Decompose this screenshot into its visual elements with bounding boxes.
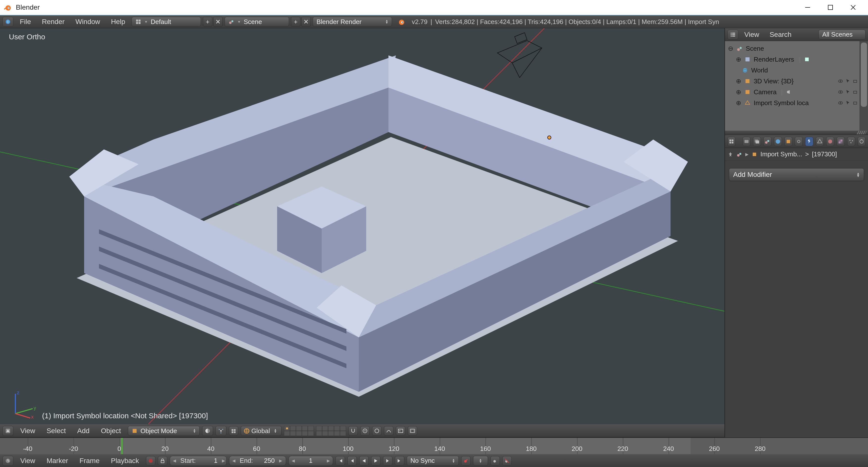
window-minimize-button[interactable]: [796, 0, 819, 14]
scene-add-button[interactable]: +: [291, 17, 300, 27]
eye-icon[interactable]: [838, 79, 843, 84]
vp-menu-select[interactable]: Select: [42, 426, 70, 436]
keying-set-icon[interactable]: [461, 456, 471, 466]
tab-modifiers-icon[interactable]: [805, 137, 813, 146]
tl-tick-label: 120: [389, 445, 399, 453]
transform-orientation-dropdown[interactable]: Global ▲▼: [241, 426, 282, 436]
tab-material-icon[interactable]: [826, 137, 834, 146]
sync-mode-dropdown[interactable]: No Sync ▲▼: [407, 456, 459, 466]
svg-line-47: [16, 413, 30, 418]
proportional-falloff-button[interactable]: [384, 426, 394, 436]
menu-help[interactable]: Help: [106, 16, 130, 27]
layout-remove-button[interactable]: ✕: [213, 17, 223, 27]
eye-icon[interactable]: [838, 89, 843, 95]
tree-renderlayers[interactable]: ⊕ RenderLayers |: [727, 54, 831, 65]
tree-3dview[interactable]: ⊕ 3D View: {3D}: [727, 76, 831, 87]
menu-render[interactable]: Render: [37, 16, 69, 27]
scene-dropdown[interactable]: ▼ Scene: [225, 17, 289, 27]
timeline-cursor[interactable]: [121, 438, 123, 454]
menu-window[interactable]: Window: [71, 16, 105, 27]
tl-menu-frame[interactable]: Frame: [75, 455, 104, 466]
insert-keyframe-button[interactable]: [490, 456, 500, 466]
tl-tick-label: -20: [69, 445, 78, 453]
current-frame-field[interactable]: ◀ 1 ▶: [288, 456, 333, 466]
snap-target-button[interactable]: [360, 426, 370, 436]
layer-buttons-2[interactable]: [316, 426, 346, 436]
editor-type-3dview-icon[interactable]: [2, 426, 13, 436]
pin-icon[interactable]: [727, 151, 734, 157]
tab-render-icon[interactable]: [743, 137, 750, 146]
proportional-edit-button[interactable]: [372, 426, 381, 436]
camera-icon[interactable]: [852, 100, 858, 105]
screen-layout-dropdown[interactable]: ▼ Default: [132, 17, 201, 27]
camera-icon[interactable]: [852, 79, 858, 84]
keyframe-next-button[interactable]: [383, 456, 393, 466]
delete-keyframe-button[interactable]: [502, 456, 512, 466]
vp-menu-add[interactable]: Add: [73, 426, 94, 436]
jump-first-button[interactable]: [336, 456, 345, 466]
outliner-scrollbar[interactable]: [860, 41, 868, 131]
play-button[interactable]: [371, 456, 380, 466]
mode-dropdown[interactable]: Object Mode ▲▼: [128, 426, 200, 436]
jump-last-button[interactable]: [395, 456, 404, 466]
tab-particles-icon[interactable]: [847, 137, 855, 146]
tl-menu-marker[interactable]: Marker: [42, 455, 72, 466]
area-resize-handle[interactable]: [725, 131, 868, 135]
layer-buttons-1[interactable]: [284, 426, 314, 436]
outliner-menu-view[interactable]: View: [740, 29, 764, 40]
tree-camera[interactable]: ⊕ Camera |: [727, 87, 831, 97]
outliner-tree[interactable]: ⊖ Scene ⊕ RenderLayers | World: [725, 41, 868, 131]
tab-renderlayers-icon[interactable]: [753, 137, 761, 146]
layers-lock-icon[interactable]: [229, 426, 238, 436]
start-frame-field[interactable]: ◀ Start: 1 ▶: [170, 456, 227, 466]
svg-rect-111: [854, 80, 857, 82]
opengl-render-image-button[interactable]: [396, 426, 405, 436]
render-engine-dropdown[interactable]: Blender Render ▲▼: [313, 17, 392, 27]
tree-world[interactable]: World: [727, 65, 831, 76]
outliner-menu-search[interactable]: Search: [765, 29, 796, 40]
editor-type-properties-icon[interactable]: [727, 137, 735, 146]
add-modifier-dropdown[interactable]: Add Modifier ▲▼: [729, 168, 864, 181]
window-close-button[interactable]: [842, 0, 865, 14]
tab-constraints-icon[interactable]: [795, 137, 803, 146]
tab-scene-icon[interactable]: [763, 137, 771, 146]
keying-set-dropdown[interactable]: ▲▼: [473, 456, 488, 466]
editor-type-outliner-icon[interactable]: [727, 30, 738, 39]
opengl-render-anim-button[interactable]: [408, 426, 417, 436]
tab-object-icon[interactable]: [784, 137, 792, 146]
tree-import-symbol[interactable]: ⊕ Import Symbol loca: [727, 97, 831, 108]
eye-icon[interactable]: [838, 100, 843, 105]
auto-keyframe-toggle[interactable]: [146, 456, 155, 466]
play-reverse-button[interactable]: [359, 456, 369, 466]
tab-physics-icon[interactable]: [858, 137, 866, 146]
lock-range-toggle[interactable]: [158, 456, 167, 466]
menu-file[interactable]: File: [16, 16, 35, 27]
cursor-icon[interactable]: [845, 100, 851, 105]
tl-menu-view[interactable]: View: [16, 455, 39, 466]
timeline-ruler[interactable]: -40-200204060801001201401601802002202402…: [0, 438, 868, 454]
scene-remove-button[interactable]: ✕: [301, 17, 311, 27]
layout-add-button[interactable]: +: [203, 17, 212, 27]
shading-mode-button[interactable]: [202, 426, 213, 436]
vp-menu-view[interactable]: View: [16, 426, 39, 436]
tab-world-icon[interactable]: [774, 137, 782, 146]
tab-texture-icon[interactable]: [837, 137, 844, 146]
svg-rect-96: [732, 34, 735, 35]
editor-type-info-icon[interactable]: i: [2, 17, 13, 27]
tree-scene[interactable]: ⊖ Scene: [727, 43, 831, 54]
cursor-icon[interactable]: [845, 89, 851, 95]
camera-icon[interactable]: [852, 89, 858, 95]
3d-canvas[interactable]: User Ortho (1) Import Symbol location <N…: [0, 28, 724, 425]
tab-data-icon[interactable]: [816, 137, 824, 146]
keyframe-prev-button[interactable]: [347, 456, 357, 466]
tl-menu-playback[interactable]: Playback: [106, 455, 144, 466]
cursor-icon[interactable]: [845, 79, 851, 84]
vp-menu-object[interactable]: Object: [96, 426, 125, 436]
window-maximize-button[interactable]: [819, 0, 842, 14]
editor-type-timeline-icon[interactable]: [2, 456, 13, 466]
outliner-display-mode[interactable]: All Scenes: [818, 30, 866, 39]
pivot-point-button[interactable]: [216, 426, 226, 436]
snap-toggle[interactable]: [348, 426, 358, 436]
end-frame-field[interactable]: ◀ End: 250 ▶: [229, 456, 286, 466]
sync-label: No Sync: [410, 457, 435, 465]
